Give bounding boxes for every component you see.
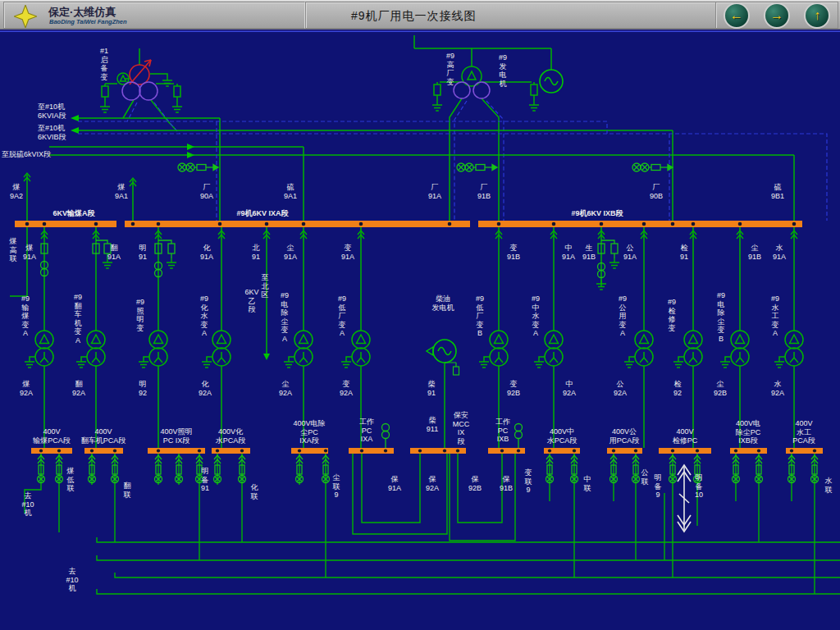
breaker-label[interactable]: 厂 90B bbox=[646, 183, 666, 200]
tie-label[interactable]: 公 联 bbox=[638, 468, 651, 486]
breaker-label[interactable]: 尘 91B bbox=[745, 244, 765, 261]
arrow-right-icon: → bbox=[770, 9, 783, 22]
breaker-label[interactable]: 化 91A bbox=[197, 244, 217, 261]
brand-panel: 保定·太维仿真 BaoDing TaiWei FangZhen bbox=[3, 2, 305, 29]
nav-up-button[interactable]: ↑ bbox=[804, 2, 830, 29]
tie-label[interactable]: 化 联 bbox=[248, 483, 261, 500]
transformer-label: #9 低 厂 变 A bbox=[335, 294, 349, 338]
tie-label[interactable]: 明 备 10 bbox=[691, 473, 707, 500]
breaker-label[interactable]: 煤 91A bbox=[20, 244, 39, 261]
tie-label[interactable]: 中 联 bbox=[581, 475, 594, 492]
bus-400v-label: 保安 MCC IX 段 bbox=[448, 411, 474, 445]
breaker-label[interactable]: 煤 92A bbox=[16, 380, 36, 397]
brand-star-icon bbox=[14, 5, 37, 28]
breaker-label[interactable]: 化 92A bbox=[195, 380, 215, 397]
north-feeder-arrow bbox=[263, 354, 270, 360]
generator-symbol[interactable] bbox=[540, 70, 563, 93]
breaker-label[interactable]: 煤 9A1 bbox=[112, 183, 131, 200]
title-panel: #9机厂用电一次接线图 bbox=[305, 2, 717, 29]
breaker-label[interactable]: 北 91 bbox=[246, 244, 266, 261]
nav-panel: ← → ↑ bbox=[715, 2, 838, 29]
title-bar: 保定·太维仿真 BaoDing TaiWei FangZhen #9机厂用电一次… bbox=[0, 0, 840, 31]
tie-label[interactable]: 变 联 9 bbox=[522, 468, 535, 495]
breaker-label[interactable]: 变 91A bbox=[338, 244, 358, 261]
tie-label[interactable]: 明 备 9 bbox=[651, 473, 664, 500]
breaker-label[interactable]: 变 91B bbox=[504, 244, 523, 261]
breaker-label[interactable]: 尘 91A bbox=[281, 244, 300, 261]
breaker-label[interactable]: 公 91A bbox=[620, 244, 640, 261]
breaker-label[interactable]: 检 92 bbox=[668, 380, 687, 397]
bus-400v-label: 工作 PC IXA bbox=[354, 418, 379, 444]
transformer-label: #9 水 工 变 A bbox=[768, 294, 783, 338]
breaker-label[interactable]: 公 92A bbox=[610, 380, 630, 397]
transformer-symbol[interactable] bbox=[673, 331, 702, 368]
bus-400v-label: 400V照明 PC IX段 bbox=[144, 427, 209, 445]
feeder-to-unit10-ia-label: 至#10机 6KVIA段 bbox=[38, 103, 77, 120]
tie-label[interactable]: 水 联 bbox=[822, 477, 835, 494]
breaker-label[interactable]: 柴 911 bbox=[422, 416, 443, 433]
breaker-label[interactable]: 生 91B bbox=[579, 244, 599, 261]
tie-label[interactable]: 保 91B bbox=[495, 475, 517, 492]
breaker-label[interactable]: 柴 91 bbox=[422, 380, 441, 397]
bus-400v-bars[interactable] bbox=[31, 448, 823, 454]
transformer-label: #9 电 除 尘 变 A bbox=[277, 291, 292, 344]
tie-label[interactable]: 翻 联 bbox=[121, 482, 134, 499]
breaker-label[interactable]: 翻 91A bbox=[104, 244, 124, 261]
breaker-label[interactable]: 变 92B bbox=[504, 380, 523, 397]
breaker-label[interactable]: 变 92A bbox=[336, 380, 356, 397]
tie-label[interactable]: 尘 联 9 bbox=[330, 473, 343, 500]
diesel-generator-label: 柴油 发电机 bbox=[425, 294, 461, 312]
breaker-label[interactable]: 中 91A bbox=[559, 244, 578, 261]
bus-pt-branch[interactable] bbox=[178, 163, 218, 171]
breaker-label[interactable]: 水 92A bbox=[768, 380, 788, 397]
breaker-label[interactable]: 尘 92A bbox=[276, 380, 295, 397]
diesel-generator-symbol[interactable] bbox=[427, 340, 459, 375]
tie-label[interactable]: 保 92A bbox=[422, 475, 443, 492]
nav-forward-button[interactable]: → bbox=[764, 2, 790, 29]
bus-pt-branch[interactable] bbox=[457, 163, 497, 171]
transfer-link-arrow[interactable] bbox=[678, 465, 691, 532]
bus-400v-label: 400V中 水PCA段 bbox=[537, 427, 587, 445]
tie-label[interactable]: 煤 低 联 bbox=[64, 467, 77, 493]
breaker-label[interactable]: 煤 高 联 bbox=[7, 237, 20, 263]
tie-label[interactable]: 明 备 91 bbox=[197, 467, 213, 493]
breaker-label[interactable]: 明 92 bbox=[133, 380, 153, 397]
bus-6kv-coal-label: 6KV输煤A段 bbox=[41, 209, 107, 218]
breaker-label[interactable]: 翻 92A bbox=[69, 380, 89, 397]
breaker-label[interactable]: 厂 90A bbox=[197, 183, 217, 200]
bus-400v-label: 400V 水工 PCA段 bbox=[784, 419, 824, 445]
breaker-label[interactable]: 硫 9B1 bbox=[768, 183, 788, 200]
feeder-to-unit10-ib-label: 至#10机 6KVIB段 bbox=[38, 124, 77, 141]
transformer-label: #9 电 除 尘 变 B bbox=[714, 291, 728, 344]
startup-transformer-hv-winding bbox=[130, 60, 151, 84]
breaker-label[interactable]: 中 92A bbox=[559, 380, 579, 397]
startup-transformer-label: #1 启 备 变 bbox=[97, 47, 112, 81]
tie-label[interactable]: 去 #10 机 bbox=[62, 567, 82, 593]
transformer-label: #9 化 水 变 A bbox=[197, 294, 212, 338]
nav-back-button[interactable]: ← bbox=[724, 2, 750, 29]
breaker-label[interactable]: 检 91 bbox=[674, 244, 694, 261]
feeder-to-north-label: 至 北 区 bbox=[259, 273, 271, 299]
breaker-label[interactable]: 厂 91B bbox=[474, 183, 494, 200]
transformer-label: #9 翻 车 机 变 A bbox=[71, 293, 85, 345]
transformer-label: #9 公 用 变 A bbox=[615, 294, 630, 338]
bus-400v-label: 工作 PC IXB bbox=[491, 418, 515, 444]
arrow-left-icon: ← bbox=[730, 9, 743, 22]
tie-label[interactable]: 保 92B bbox=[464, 475, 486, 492]
bus-400v-label: 400V电除 尘PC IXA段 bbox=[289, 419, 330, 445]
bus-400v-label: 400V 翻车机PCA段 bbox=[71, 427, 136, 445]
outgoing-lines-to-unit10 bbox=[97, 537, 840, 594]
breaker-label[interactable]: 煤 9A2 bbox=[7, 183, 26, 200]
breaker-label[interactable]: 硫 9A1 bbox=[281, 183, 300, 200]
tie-label[interactable]: 去 #10 机 bbox=[18, 491, 38, 518]
bus-400v-label: 400V 检修PC bbox=[660, 427, 710, 445]
tie-label[interactable]: 保 91A bbox=[384, 475, 405, 492]
transformer-symbol[interactable] bbox=[139, 331, 167, 368]
breaker-label[interactable]: 水 91A bbox=[769, 244, 789, 261]
bus-pt-branch[interactable] bbox=[632, 163, 673, 171]
feeder-to-desulf-label: 至脱硫6kVIX段 bbox=[2, 150, 59, 159]
breaker-label[interactable]: 明 91 bbox=[133, 244, 153, 261]
breaker-label[interactable]: 厂 91A bbox=[425, 183, 445, 200]
breaker-label[interactable]: 尘 92B bbox=[710, 380, 730, 397]
one-line-diagram-canvas: #1 启 备 变 #9 高 厂 变 #9 发 电 机 柴油 发电机 至#10机 … bbox=[0, 31, 840, 630]
